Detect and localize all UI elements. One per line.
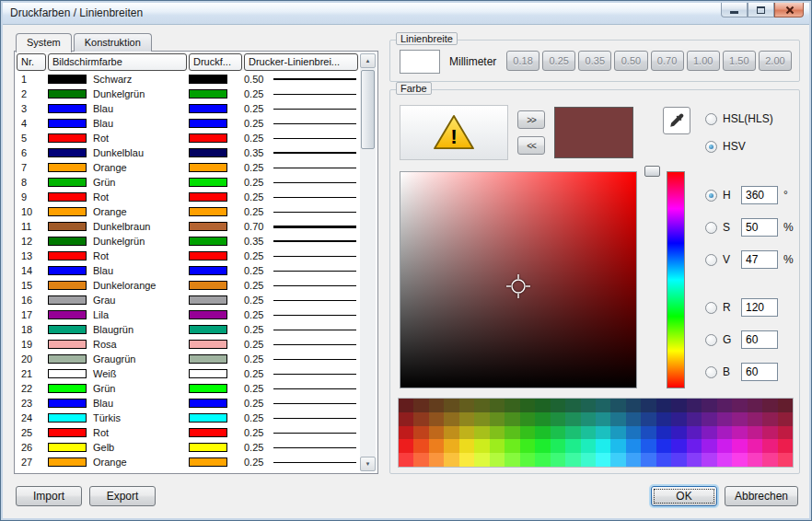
- transfer-left-button[interactable]: <<: [517, 136, 545, 155]
- palette-swatch[interactable]: [732, 439, 747, 453]
- palette-swatch[interactable]: [474, 439, 489, 453]
- palette-swatch[interactable]: [399, 412, 413, 426]
- palette-swatch[interactable]: [748, 453, 762, 467]
- hue-bar[interactable]: [667, 171, 685, 388]
- palette-swatch[interactable]: [490, 453, 505, 467]
- palette-swatch[interactable]: [581, 439, 596, 453]
- palette-swatch[interactable]: [656, 426, 671, 440]
- palette-swatch[interactable]: [610, 399, 625, 412]
- palette-swatch[interactable]: [474, 426, 489, 440]
- palette-swatch[interactable]: [656, 439, 671, 453]
- palette-swatch[interactable]: [610, 426, 625, 440]
- table-row[interactable]: 14Blau0.25: [17, 263, 358, 278]
- table-row[interactable]: 8Grün0.25: [17, 175, 358, 190]
- palette-swatch[interactable]: [687, 426, 702, 440]
- table-row[interactable]: 11Dunkelbraun0.70: [17, 219, 358, 234]
- palette-swatch[interactable]: [778, 399, 793, 412]
- palette-swatch[interactable]: [429, 412, 444, 426]
- palette-swatch[interactable]: [581, 453, 596, 467]
- palette-swatch[interactable]: [551, 439, 565, 453]
- column-header-nr[interactable]: Nr.: [17, 53, 46, 71]
- line-width-preset-button[interactable]: 0.18: [506, 51, 539, 71]
- palette-swatch[interactable]: [610, 453, 625, 467]
- palette-swatch[interactable]: [459, 426, 474, 440]
- line-width-input[interactable]: [400, 50, 440, 74]
- palette-swatch[interactable]: [429, 426, 444, 440]
- palette-swatch[interactable]: [520, 426, 535, 440]
- table-row[interactable]: 5Rot0.25: [17, 131, 358, 145]
- palette-swatch[interactable]: [413, 439, 428, 453]
- palette-swatch[interactable]: [702, 453, 716, 467]
- palette-swatch[interactable]: [702, 412, 716, 426]
- palette-swatch[interactable]: [641, 453, 655, 467]
- palette-swatch[interactable]: [413, 453, 428, 467]
- radio-hsl[interactable]: HSL(HLS): [705, 112, 773, 125]
- palette-swatch[interactable]: [732, 412, 747, 426]
- table-row[interactable]: 10Orange0.25: [17, 204, 358, 219]
- palette-swatch[interactable]: [671, 412, 686, 426]
- palette-swatch[interactable]: [444, 426, 458, 440]
- palette-swatch[interactable]: [444, 399, 458, 412]
- palette-swatch[interactable]: [596, 399, 610, 412]
- palette-swatch[interactable]: [444, 439, 458, 453]
- tab-konstruktion[interactable]: Konstruktion: [74, 33, 152, 52]
- palette-swatch[interactable]: [581, 412, 596, 426]
- palette-swatch[interactable]: [535, 453, 550, 467]
- palette-swatch[interactable]: [535, 426, 550, 440]
- palette-swatch[interactable]: [505, 453, 519, 467]
- palette-swatch[interactable]: [474, 453, 489, 467]
- palette-swatch[interactable]: [732, 399, 747, 412]
- transfer-right-button[interactable]: >>: [517, 110, 545, 129]
- channel-g[interactable]: G: [705, 330, 783, 349]
- palette-swatch[interactable]: [687, 412, 702, 426]
- radio-hsv[interactable]: HSV: [705, 140, 746, 153]
- line-width-preset-button[interactable]: 0.25: [542, 51, 575, 71]
- palette-swatch[interactable]: [671, 426, 686, 440]
- palette-swatch[interactable]: [474, 412, 489, 426]
- palette-swatch[interactable]: [505, 426, 519, 440]
- channel-value-input[interactable]: [741, 218, 778, 237]
- palette-swatch[interactable]: [671, 399, 686, 412]
- palette-swatch[interactable]: [748, 439, 762, 453]
- table-row[interactable]: 2Dunkelgrün0.25: [17, 87, 358, 101]
- table-row[interactable]: 1Schwarz0.50: [17, 72, 358, 87]
- palette-swatch[interactable]: [413, 412, 428, 426]
- table-row[interactable]: 17Lila0.25: [17, 307, 358, 322]
- palette-swatch[interactable]: [748, 412, 762, 426]
- table-row[interactable]: 20Graugrün0.25: [17, 352, 358, 366]
- channel-value-input[interactable]: [741, 298, 778, 317]
- palette-swatch[interactable]: [520, 399, 535, 412]
- palette-swatch[interactable]: [778, 412, 793, 426]
- import-button[interactable]: Import: [16, 486, 82, 506]
- palette-swatch[interactable]: [535, 399, 550, 412]
- palette-swatch[interactable]: [459, 412, 474, 426]
- table-row[interactable]: 22Grün0.25: [17, 381, 358, 396]
- palette-swatch[interactable]: [581, 399, 596, 412]
- palette-swatch[interactable]: [596, 426, 610, 440]
- channel-value-input[interactable]: [741, 330, 778, 349]
- palette-swatch[interactable]: [641, 426, 655, 440]
- palette-swatch[interactable]: [551, 453, 565, 467]
- palette-swatch[interactable]: [687, 439, 702, 453]
- maximize-button[interactable]: [748, 3, 774, 17]
- palette-swatch[interactable]: [626, 439, 641, 453]
- palette-swatch[interactable]: [702, 399, 716, 412]
- palette-swatch[interactable]: [520, 412, 535, 426]
- palette-swatch[interactable]: [762, 412, 777, 426]
- palette-swatch[interactable]: [641, 439, 655, 453]
- palette-swatch[interactable]: [748, 399, 762, 412]
- palette-swatch[interactable]: [565, 412, 580, 426]
- palette-swatch[interactable]: [429, 439, 444, 453]
- vertical-scrollbar[interactable]: ▲ ▼: [360, 53, 376, 471]
- column-header-bildschirmfarbe[interactable]: Bildschirmfarbe: [48, 53, 187, 71]
- palette-swatch[interactable]: [565, 399, 580, 412]
- table-row[interactable]: 28: [17, 469, 358, 472]
- palette-swatch[interactable]: [596, 439, 610, 453]
- palette-swatch[interactable]: [732, 426, 747, 440]
- palette-swatch[interactable]: [413, 399, 428, 412]
- scrollbar-thumb[interactable]: [361, 70, 375, 149]
- palette-swatch[interactable]: [551, 426, 565, 440]
- palette-swatch[interactable]: [656, 453, 671, 467]
- table-row[interactable]: 26Gelb0.25: [17, 440, 358, 455]
- palette-swatch[interactable]: [762, 426, 777, 440]
